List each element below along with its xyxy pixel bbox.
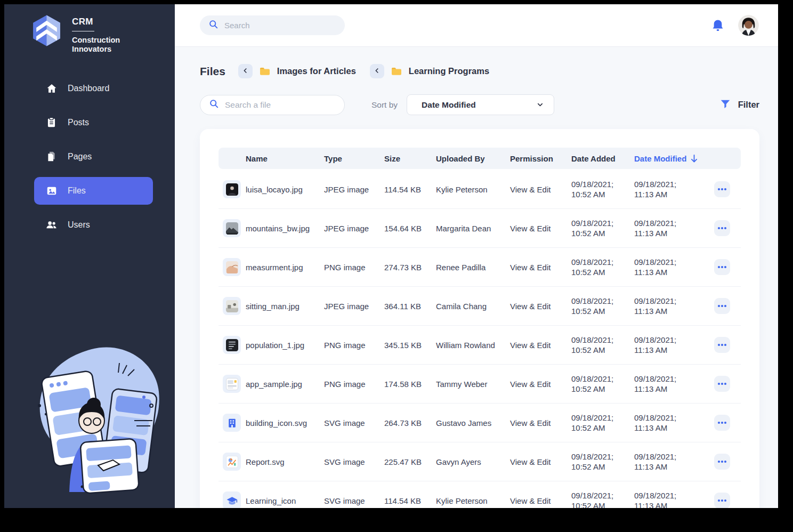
file-permission: View & Edit: [510, 185, 571, 194]
column-header-size[interactable]: Size: [384, 154, 436, 163]
image-icon: [45, 184, 58, 197]
file-permission: View & Edit: [510, 341, 571, 350]
file-permission: View & Edit: [510, 418, 571, 428]
sidebar-item-posts[interactable]: Posts: [34, 109, 153, 136]
file-uploader: Tammy Weber: [436, 380, 510, 389]
mountains-photo-thumb: [223, 219, 241, 237]
global-search[interactable]: [200, 15, 345, 35]
sort-select[interactable]: Date Modified: [407, 94, 554, 115]
file-permission: View & Edit: [510, 263, 571, 272]
file-uploader: Margarita Dean: [436, 224, 510, 233]
brand: CRM Construction Innovators: [4, 4, 175, 54]
file-permission: View & Edit: [510, 224, 571, 233]
file-type: SVG image: [324, 496, 384, 505]
file-uploader: Camila Chang: [436, 302, 510, 311]
search-icon: [209, 99, 219, 110]
file-size: 345.15 KB: [384, 341, 436, 350]
column-header-name[interactable]: Name: [219, 154, 324, 163]
column-header-date-added[interactable]: Date Added: [571, 154, 634, 163]
file-size: 264.73 KB: [384, 418, 436, 428]
sidebar-item-pages[interactable]: Pages: [34, 143, 153, 171]
column-header-uploaded-by[interactable]: Uploaded By: [436, 154, 510, 163]
file-name: Report.svg: [246, 457, 285, 466]
global-search-input[interactable]: [224, 21, 336, 30]
sidebar-item-files[interactable]: Files: [34, 177, 153, 205]
sidebar: CRM Construction Innovators Dashboard Po…: [4, 4, 175, 508]
row-actions-button[interactable]: [714, 181, 730, 197]
row-actions-button[interactable]: [714, 376, 730, 392]
breadcrumb-folder-label: Images for Articles: [277, 66, 356, 76]
file-size: 114.54 KB: [384, 496, 436, 505]
row-actions-button[interactable]: [714, 493, 730, 508]
user-avatar[interactable]: [738, 15, 759, 36]
sidebar-item-label: Posts: [68, 118, 89, 127]
breadcrumb: Files Images for Articles Learning Progr…: [200, 64, 759, 78]
breadcrumb-back-button[interactable]: [238, 64, 253, 78]
table-row[interactable]: measurment.jpg PNG image 274.73 KB Renee…: [219, 248, 741, 287]
file-name: measurment.jpg: [246, 263, 303, 272]
file-type: SVG image: [324, 418, 384, 428]
breadcrumb-folder: Images for Articles: [238, 64, 356, 78]
file-date-modified: 09/18/2021;11:13 AM: [634, 179, 703, 199]
sidebar-item-label: Dashboard: [68, 84, 109, 93]
sort-arrow-down-icon: [691, 155, 698, 163]
table-row[interactable]: Learning_icon SVG image 114.54 KB Kylie …: [219, 481, 741, 508]
table-row[interactable]: Report.svg SVG image 225.47 KB Gavyn Aye…: [219, 442, 741, 481]
file-date-modified: 09/18/2021;11:13 AM: [634, 490, 703, 508]
row-actions-button[interactable]: [714, 337, 730, 353]
file-date-modified: 09/18/2021;11:13 AM: [634, 452, 703, 472]
row-actions-button[interactable]: [714, 454, 730, 470]
column-header-type[interactable]: Type: [324, 154, 384, 163]
row-actions-button[interactable]: [714, 220, 730, 236]
sidebar-item-label: Pages: [68, 152, 92, 162]
portrait-photo-thumb: [223, 180, 241, 198]
filter-button[interactable]: Filter: [719, 98, 759, 112]
table-row[interactable]: app_sample.jpg PNG image 174.58 KB Tammy…: [219, 365, 741, 404]
sort-by-label: Sort by: [371, 100, 398, 110]
table-row[interactable]: sitting_man.jpg JPEG image 364.11 KB Cam…: [219, 287, 741, 326]
sidebar-item-users[interactable]: Users: [34, 211, 153, 239]
scene-photo-thumb: [223, 297, 241, 315]
report-chart-thumb: [223, 453, 241, 471]
file-size: 364.11 KB: [384, 302, 436, 311]
file-size: 225.47 KB: [384, 457, 436, 466]
chevron-left-icon: [374, 67, 381, 76]
row-actions-button[interactable]: [714, 415, 730, 431]
file-uploader: Renee Padilla: [436, 263, 510, 272]
clipboard-icon: [45, 116, 58, 128]
filter-icon: [719, 98, 731, 112]
file-uploader: Kylie Peterson: [436, 185, 510, 194]
row-actions-button[interactable]: [714, 259, 730, 275]
toolbar: Sort by Date Modified Filter: [200, 94, 759, 115]
table-row[interactable]: luisa_locayo.jpg JPEG image 114.54 KB Ky…: [219, 170, 741, 209]
files-table-card: NameTypeSizeUploaded ByPermissionDate Ad…: [200, 129, 759, 508]
sidebar-item-dashboard[interactable]: Dashboard: [34, 75, 153, 102]
bell-icon[interactable]: [712, 19, 724, 32]
chevron-down-icon: [536, 101, 544, 109]
file-search[interactable]: [200, 95, 345, 115]
file-search-input[interactable]: [225, 100, 335, 110]
file-date-added: 09/18/2021;10:52 AM: [571, 335, 634, 355]
table-row[interactable]: population_1.jpg PNG image 345.15 KB Wil…: [219, 326, 741, 365]
file-size: 154.64 KB: [384, 224, 436, 233]
content-area: Files Images for Articles Learning Progr…: [175, 47, 778, 508]
file-date-modified: 09/18/2021;11:13 AM: [634, 257, 703, 277]
table-row[interactable]: mountains_bw.jpg JPEG image 154.64 KB Ma…: [219, 209, 741, 248]
file-type: JPEG image: [324, 302, 384, 311]
file-date-added: 09/18/2021;10:52 AM: [571, 413, 634, 433]
table-header-row: NameTypeSizeUploaded ByPermissionDate Ad…: [219, 148, 741, 169]
column-header-date-modified[interactable]: Date Modified: [634, 154, 703, 163]
sidebar-item-label: Files: [68, 186, 86, 196]
row-actions-button[interactable]: [714, 298, 730, 314]
column-header-permission[interactable]: Permission: [510, 154, 571, 163]
sidebar-item-label: Users: [68, 220, 90, 230]
file-uploader: William Rowland: [436, 341, 510, 350]
file-name: building_icon.svg: [246, 418, 307, 428]
file-type: SVG image: [324, 457, 384, 466]
chevron-left-icon: [242, 67, 249, 76]
breadcrumb-back-button[interactable]: [370, 64, 384, 78]
home-icon: [45, 82, 58, 94]
main-area: Files Images for Articles Learning Progr…: [175, 4, 778, 508]
topbar: [175, 4, 778, 47]
table-row[interactable]: building_icon.svg SVG image 264.73 KB Gu…: [219, 404, 741, 442]
